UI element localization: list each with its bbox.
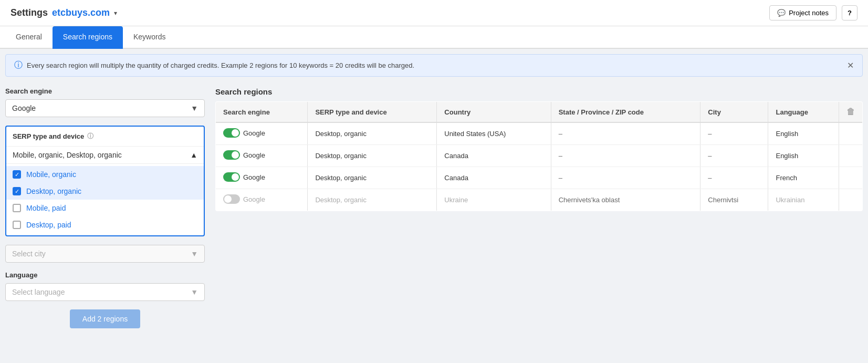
- table-row: Google Desktop, organic Ukraine Chernive…: [216, 189, 863, 211]
- cell-state-1: –: [551, 145, 700, 167]
- cell-city-0: –: [700, 122, 768, 145]
- toggle-switch-1[interactable]: [223, 150, 240, 160]
- toggle-switch-0[interactable]: [223, 128, 240, 138]
- cell-city-3: Chernivtsi: [700, 189, 768, 211]
- serp-arrow-icon: ▲: [190, 151, 197, 159]
- info-banner: ⓘ Every search region will multiply the …: [5, 54, 863, 77]
- language-label: Language: [5, 271, 205, 279]
- table-row: Google Desktop, organic Canada – – Frenc…: [216, 167, 863, 189]
- col-country: Country: [437, 102, 551, 123]
- toggle-switch-2[interactable]: [223, 172, 240, 182]
- serp-option-desktop-paid[interactable]: Desktop, paid: [6, 216, 204, 233]
- city-select[interactable]: Select city ▼: [5, 245, 205, 263]
- cell-action-1: [839, 145, 863, 167]
- close-banner-button[interactable]: ✕: [847, 60, 854, 70]
- regions-table: Search engine SERP type and device Count…: [215, 101, 863, 211]
- tabs-bar: General Search regions Keywords: [0, 26, 868, 49]
- cell-serp-2: Desktop, organic: [308, 167, 437, 189]
- serp-option-desktop-organic[interactable]: ✓ Desktop, organic: [6, 183, 204, 200]
- cell-city-1: –: [700, 145, 768, 167]
- cell-serp-1: Desktop, organic: [308, 145, 437, 167]
- cell-action-3: [839, 189, 863, 211]
- col-serp: SERP type and device: [308, 102, 437, 123]
- cell-engine-2: Google: [216, 167, 308, 189]
- cell-engine-0: Google: [216, 122, 308, 145]
- cell-country-2: Canada: [437, 167, 551, 189]
- add-regions-button[interactable]: Add 2 regions: [70, 309, 140, 328]
- desktop-paid-checkbox[interactable]: [13, 221, 21, 229]
- cell-city-2: –: [700, 167, 768, 189]
- cell-serp-0: Desktop, organic: [308, 122, 437, 145]
- search-engine-label: Search engine: [5, 87, 205, 95]
- language-select[interactable]: Select language ▼: [5, 283, 205, 301]
- serp-option-mobile-organic[interactable]: ✓ Mobile, organic: [6, 166, 204, 183]
- help-button[interactable]: ?: [842, 5, 857, 20]
- tab-keywords[interactable]: Keywords: [123, 26, 176, 49]
- city-section: Select city ▼: [5, 245, 205, 263]
- desktop-organic-checkbox[interactable]: ✓: [13, 187, 21, 195]
- cell-state-3: Chernivets'ka oblast: [551, 189, 700, 211]
- toggle-0[interactable]: Google: [223, 128, 265, 138]
- trash-icon[interactable]: 🗑: [846, 107, 855, 116]
- domain-dropdown-icon[interactable]: ▾: [114, 9, 117, 17]
- info-icon: ⓘ: [14, 60, 23, 71]
- serp-info-icon[interactable]: ⓘ: [87, 132, 93, 141]
- col-search-engine: Search engine: [216, 102, 308, 123]
- table-row: Google Desktop, organic Canada – – Engli…: [216, 145, 863, 167]
- cell-country-1: Canada: [437, 145, 551, 167]
- city-arrow-icon: ▼: [191, 250, 198, 258]
- language-section: Language Select language ▼: [5, 271, 205, 301]
- cell-language-2: French: [768, 167, 839, 189]
- cell-state-2: –: [551, 167, 700, 189]
- col-city: City: [700, 102, 768, 123]
- right-panel: Search regions Search engine SERP type a…: [215, 87, 863, 328]
- mobile-paid-checkbox[interactable]: [13, 204, 21, 212]
- left-panel: Search engine Google ▼ SERP type and dev…: [5, 87, 215, 328]
- serp-header: SERP type and device ⓘ: [6, 127, 204, 147]
- serp-options-list: ✓ Mobile, organic ✓ Desktop, organic Mob…: [6, 164, 204, 235]
- cell-engine-1: Google: [216, 145, 308, 167]
- cell-language-1: English: [768, 145, 839, 167]
- table-title: Search regions: [215, 87, 863, 96]
- header-left: Settings etcbuys.com ▾: [11, 7, 117, 18]
- main-content: Search engine Google ▼ SERP type and dev…: [0, 82, 868, 334]
- tab-general[interactable]: General: [5, 26, 53, 49]
- tab-search-regions[interactable]: Search regions: [53, 26, 123, 49]
- search-engine-section: Search engine Google ▼: [5, 87, 205, 117]
- cell-country-0: United States (USA): [437, 122, 551, 145]
- search-engine-arrow-icon: ▼: [191, 104, 198, 112]
- header: Settings etcbuys.com ▾ 💬 Project notes ?: [0, 0, 868, 26]
- col-language: Language: [768, 102, 839, 123]
- header-right: 💬 Project notes ?: [769, 5, 857, 20]
- toggle-1[interactable]: Google: [223, 150, 265, 160]
- page-title: Settings: [11, 7, 48, 18]
- project-notes-button[interactable]: 💬 Project notes: [769, 5, 836, 20]
- language-arrow-icon: ▼: [191, 288, 198, 296]
- cell-language-0: English: [768, 122, 839, 145]
- cell-country-3: Ukraine: [437, 189, 551, 211]
- cell-state-0: –: [551, 122, 700, 145]
- table-row: Google Desktop, organic United States (U…: [216, 122, 863, 145]
- cell-serp-3: Desktop, organic: [308, 189, 437, 211]
- toggle-3[interactable]: Google: [223, 194, 265, 204]
- col-actions: 🗑: [839, 102, 863, 123]
- serp-option-mobile-paid[interactable]: Mobile, paid: [6, 200, 204, 216]
- serp-select[interactable]: Mobile, organic, Desktop, organic ▲: [6, 147, 204, 164]
- banner-text: Every search region will multiply the qu…: [27, 61, 414, 69]
- search-engine-select[interactable]: Google ▼: [5, 99, 205, 117]
- toggle-switch-3[interactable]: [223, 194, 240, 204]
- cell-language-3: Ukrainian: [768, 189, 839, 211]
- domain-link[interactable]: etcbuys.com: [52, 7, 110, 18]
- mobile-organic-checkbox[interactable]: ✓: [13, 170, 21, 179]
- table-header-row: Search engine SERP type and device Count…: [216, 102, 863, 123]
- cell-engine-3: Google: [216, 189, 308, 211]
- cell-action-2: [839, 167, 863, 189]
- serp-section: SERP type and device ⓘ Mobile, organic, …: [5, 126, 205, 236]
- col-state: State / Province / ZIP code: [551, 102, 700, 123]
- cell-action-0: [839, 122, 863, 145]
- chat-icon: 💬: [777, 9, 786, 17]
- toggle-2[interactable]: Google: [223, 172, 265, 182]
